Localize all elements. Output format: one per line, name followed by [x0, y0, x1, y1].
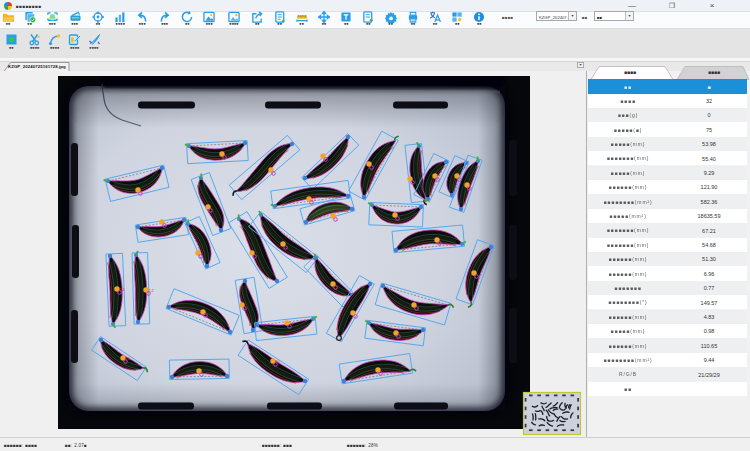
svg-text:27: 27	[289, 321, 294, 326]
svg-text:23: 23	[125, 356, 130, 361]
svg-text:2.2: 2.2	[148, 288, 154, 293]
svg-text:13: 13	[311, 197, 316, 202]
svg-text:2.1: 2.1	[119, 287, 125, 292]
svg-text:30: 30	[275, 359, 280, 364]
